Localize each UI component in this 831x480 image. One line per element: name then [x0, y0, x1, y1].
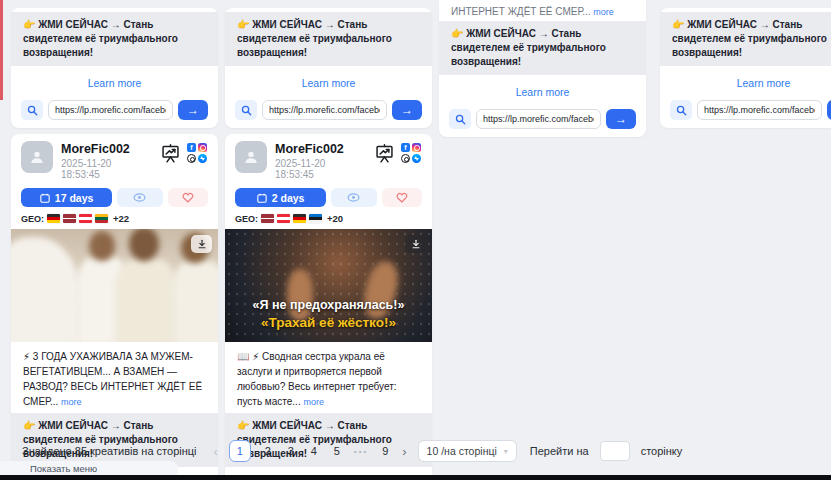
facebook-icon: f — [401, 143, 410, 152]
views-button[interactable] — [331, 188, 377, 207]
show-menu-button[interactable]: Показать меню — [0, 461, 178, 476]
clipped-text-content: ИНТЕРНЕТ ЖДЁТ ЕЁ СМЕР... — [451, 6, 593, 17]
flag-austria-icon — [79, 214, 92, 223]
open-url-button[interactable]: → — [178, 100, 208, 120]
creative-image[interactable]: «Я не предохранялась!» «Трахай её жёстко… — [225, 229, 432, 342]
landing-url-input[interactable] — [697, 100, 822, 120]
page-2[interactable]: 2 — [262, 445, 274, 457]
creative-card-1: MoreFic002 2025-11-20 18:53:45 f 17 days — [11, 134, 218, 480]
open-url-button[interactable]: → — [392, 100, 422, 120]
ad-card-tail-2: 👉 ЖМИ СЕЙЧАС → Стань свидетелем её триум… — [225, 8, 432, 128]
ad-headline: 👉 ЖМИ СЕЙЧАС → Стань свидетелем её триум… — [225, 12, 432, 66]
arrow-right-icon: → — [615, 112, 627, 126]
url-row: → — [11, 94, 218, 120]
flag-germany-icon — [293, 214, 306, 223]
image-figure — [11, 237, 81, 342]
column-1: 👉 ЖМИ СЕЙЧАС → Стань свидетелем её триум… — [11, 8, 218, 480]
geo-more-count[interactable]: +22 — [113, 213, 129, 224]
goto-page-input[interactable] — [600, 441, 630, 461]
instagram-icon — [198, 143, 207, 152]
page-4[interactable]: 4 — [308, 445, 320, 457]
presentation-board-icon[interactable] — [374, 143, 395, 164]
image-figure — [173, 261, 218, 342]
geo-label: GEO: — [235, 214, 258, 224]
url-row: → — [439, 103, 646, 129]
image-figure — [129, 229, 159, 261]
advertiser-header: MoreFic002 2025-11-20 18:53:45 f — [11, 134, 218, 183]
learn-more-link[interactable]: Learn more — [516, 86, 570, 98]
open-url-button[interactable]: → — [827, 100, 831, 120]
creative-image[interactable] — [11, 229, 218, 342]
favorite-button[interactable] — [168, 188, 208, 207]
download-image-button[interactable] — [405, 235, 426, 253]
url-row: → — [225, 94, 432, 120]
arrow-right-icon: → — [187, 103, 199, 117]
days-active-button[interactable]: 2 days — [235, 188, 326, 207]
body-text-content: ⚡ 3 ГОДА УХАЖИВАЛА ЗА МУЖЕМ-ВЕГЕТАТИВЦЕМ… — [23, 351, 202, 407]
landing-url-input[interactable] — [476, 109, 601, 129]
learn-more-link[interactable]: Learn more — [88, 77, 142, 89]
flag-lithuania-icon — [95, 214, 108, 223]
avatar — [235, 141, 267, 173]
clipped-left-element — [0, 0, 3, 100]
geo-more-count[interactable]: +20 — [327, 213, 343, 224]
search-icon[interactable] — [670, 100, 692, 120]
more-link[interactable]: more — [593, 7, 614, 17]
image-figure — [115, 259, 177, 342]
page-size-select[interactable]: 10 /на сторінці ▾ — [418, 440, 517, 462]
flag-germany-icon — [47, 214, 60, 223]
landing-url-input[interactable] — [262, 100, 387, 120]
goto-label: Перейти на — [530, 445, 589, 457]
views-button[interactable] — [117, 188, 163, 207]
chevron-down-icon: ▾ — [504, 447, 508, 456]
search-icon[interactable] — [235, 100, 257, 120]
learn-more-link[interactable]: Learn more — [302, 77, 356, 89]
more-link[interactable]: more — [61, 397, 82, 407]
page-1-active[interactable]: 1 — [229, 440, 251, 462]
flag-estonia-icon — [309, 214, 322, 223]
search-icon[interactable] — [449, 109, 471, 129]
bottom-bar — [0, 475, 831, 480]
messenger-icon — [198, 154, 207, 163]
creative-body-text: ⚡ 3 ГОДА УХАЖИВАЛА ЗА МУЖЕМ-ВЕГЕТАТИВЦЕМ… — [11, 342, 218, 413]
creative-body-text: 📖 ⚡ Сводная сестра украла её заслуги и п… — [225, 342, 432, 413]
geo-row: GEO: +22 — [11, 211, 218, 229]
page-5[interactable]: 5 — [331, 445, 343, 457]
landing-url-input[interactable] — [48, 100, 173, 120]
download-image-button[interactable] — [191, 235, 212, 253]
prev-page-button[interactable]: ‹ — [214, 444, 218, 459]
page-3[interactable]: 3 — [285, 445, 297, 457]
advertiser-name: MoreFic002 — [61, 142, 152, 156]
pagination-bar: Знайдено 85 креативів на сторінці ‹ 1 2 … — [22, 440, 682, 462]
placement-icons: f — [187, 143, 208, 164]
ad-headline: 👉 ЖМИ СЕЙЧАС → Стань свидетелем её триум… — [439, 21, 646, 75]
advertiser-name: MoreFic002 — [275, 142, 366, 156]
column-3: ИНТЕРНЕТ ЖДЁТ ЕЁ СМЕР... more 👉 ЖМИ СЕЙЧ… — [439, 0, 646, 137]
search-icon[interactable] — [21, 100, 43, 120]
creative-timestamp: 2025-11-20 18:53:45 — [275, 158, 366, 180]
column-4: 👉 ЖМИ СЕЙЧАС → Стань свидетелем её триум… — [660, 8, 831, 128]
threads-icon — [187, 154, 196, 163]
show-menu-label: Показать меню — [30, 463, 97, 474]
favorite-button[interactable] — [382, 188, 422, 207]
open-url-button[interactable]: → — [606, 109, 636, 129]
goto-suffix: сторінку — [641, 445, 683, 457]
page-last[interactable]: 9 — [379, 445, 391, 457]
flag-latvia-icon — [63, 214, 76, 223]
pages-ellipsis[interactable]: ••• — [354, 447, 368, 456]
presentation-board-icon[interactable] — [160, 143, 181, 164]
calendar-icon-label: 2 days — [272, 192, 305, 204]
overlay-line-1: «Я не предохранялась!» — [225, 297, 432, 314]
ad-headline: 👉 ЖМИ СЕЙЧАС → Стань свидетелем её триум… — [660, 12, 831, 66]
results-count: Знайдено 85 креативів на сторінці — [22, 445, 197, 457]
more-link[interactable]: more — [303, 397, 324, 407]
advertiser-header: MoreFic002 2025-11-20 18:53:45 f — [225, 134, 432, 183]
next-page-button[interactable]: › — [402, 444, 406, 459]
instagram-icon — [412, 143, 421, 152]
facebook-icon: f — [187, 143, 196, 152]
ad-card-tail-1: 👉 ЖМИ СЕЙЧАС → Стань свидетелем её триум… — [11, 8, 218, 128]
days-active-button[interactable]: 17 days — [21, 188, 112, 207]
placement-icons: f — [401, 143, 422, 164]
geo-label: GEO: — [21, 214, 44, 224]
learn-more-link[interactable]: Learn more — [737, 77, 791, 89]
